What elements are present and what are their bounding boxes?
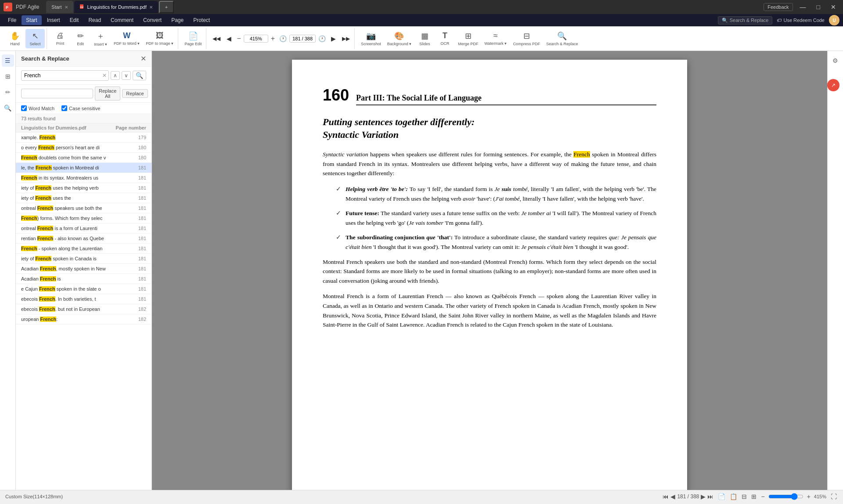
sidebar-icon-edit[interactable]: ✏ bbox=[2, 86, 14, 98]
page-controls-left[interactable]: ◀◀ bbox=[210, 29, 223, 48]
insert-button[interactable]: ＋ Insert ▾ bbox=[91, 29, 110, 48]
sidebar-icon-grid[interactable]: ⊞ bbox=[2, 70, 14, 83]
result-item-8[interactable]: French) forms. Which form they selec 181 bbox=[16, 213, 151, 223]
background-button[interactable]: 🎨 Background ▾ bbox=[385, 29, 414, 48]
status-icon-1[interactable]: 📄 bbox=[717, 493, 726, 500]
status-icon-2[interactable]: 📋 bbox=[729, 493, 738, 500]
menu-search-replace[interactable]: 🔍 Search & Replace bbox=[718, 16, 773, 25]
maximize-button[interactable]: □ bbox=[813, 3, 824, 11]
zoom-out-button[interactable]: − bbox=[235, 34, 242, 43]
watermark-button[interactable]: ≈ Watermark ▾ bbox=[482, 29, 509, 48]
tab-start-close[interactable]: ✕ bbox=[65, 5, 68, 10]
search-clear-button[interactable]: ✕ bbox=[102, 72, 107, 79]
tab-doc[interactable]: PDF Linguistics for Dummies.pdf ✕ bbox=[74, 1, 158, 13]
pdf-to-image-icon: 🖼 bbox=[156, 31, 164, 40]
zoom-input[interactable] bbox=[244, 35, 268, 43]
result-item-10[interactable]: rentian French - also known as Quebe 181 bbox=[16, 234, 151, 244]
replace-all-button[interactable]: Replace All bbox=[95, 86, 120, 101]
right-sidebar-settings[interactable]: ⚙ bbox=[829, 54, 842, 67]
menu-start[interactable]: Start bbox=[22, 15, 41, 25]
page-number-input[interactable] bbox=[289, 35, 316, 43]
result-item-3[interactable]: le, the French spoken in Montreal di 181 bbox=[16, 163, 151, 173]
result-item-1[interactable]: o every French person's heart are di 180 bbox=[16, 143, 151, 153]
status-next-page-button[interactable]: ▶ bbox=[701, 493, 706, 500]
user-avatar[interactable]: U bbox=[829, 15, 839, 25]
menu-convert[interactable]: Convert bbox=[139, 15, 166, 25]
print-button[interactable]: 🖨 Print bbox=[50, 29, 70, 48]
slides-button[interactable]: ▦ Slides bbox=[415, 29, 434, 48]
menu-insert[interactable]: Insert bbox=[43, 15, 65, 25]
search-execute-button[interactable]: 🔍 bbox=[133, 71, 146, 80]
word-match-option[interactable]: Word Match bbox=[21, 105, 54, 111]
feedback-button[interactable]: Feedback bbox=[764, 3, 793, 11]
pdf-viewing-area[interactable]: 160 Part III: The Social Life of Languag… bbox=[152, 51, 827, 490]
compress-pdf-button[interactable]: ⊟ Compress PDF bbox=[510, 29, 543, 48]
result-item-4[interactable]: French in its syntax. Montrealers us 181 bbox=[16, 173, 151, 183]
search-prev-button[interactable]: ∧ bbox=[111, 71, 120, 80]
result-item-2[interactable]: French doublets come from the same v 180 bbox=[16, 153, 151, 163]
search-input[interactable] bbox=[23, 72, 102, 79]
search-next-button[interactable]: ∨ bbox=[122, 71, 131, 80]
select-tool-button[interactable]: ↖ Select bbox=[25, 29, 45, 48]
result-item-0[interactable]: xample. French 179 bbox=[16, 133, 151, 143]
word-match-checkbox[interactable] bbox=[21, 105, 27, 111]
result-item-7[interactable]: ontreal French speakers use both the 181 bbox=[16, 203, 151, 213]
result-item-18[interactable]: uropean French: 182 bbox=[16, 314, 151, 324]
sidebar-icon-pages[interactable]: ☰ bbox=[2, 54, 14, 67]
edit-button[interactable]: ✏ Edit bbox=[71, 29, 90, 48]
menu-page[interactable]: Page bbox=[167, 15, 188, 25]
merge-pdf-button[interactable]: ⊞ Merge PDF bbox=[455, 29, 481, 48]
menu-file[interactable]: File bbox=[4, 15, 21, 25]
replace-button[interactable]: Replace bbox=[122, 89, 148, 98]
search-replace-toolbar-button[interactable]: 🔍 Search & Replace bbox=[544, 29, 581, 48]
result-item-15[interactable]: e Cajun French spoken in the slate o 181 bbox=[16, 284, 151, 294]
result-item-6[interactable]: iety of French uses the 181 bbox=[16, 193, 151, 203]
pdf-to-word-button[interactable]: W PDF to Word ▾ bbox=[111, 29, 142, 48]
panel-close-button[interactable]: ✕ bbox=[140, 54, 146, 63]
menu-protect[interactable]: Protect bbox=[189, 15, 214, 25]
zoom-out-status-button[interactable]: − bbox=[761, 493, 764, 500]
hand-tool-button[interactable]: ✋ Hand bbox=[5, 29, 25, 48]
status-prev-page-button[interactable]: ◀ bbox=[670, 493, 675, 500]
menu-comment[interactable]: Comment bbox=[106, 15, 138, 25]
status-icon-3[interactable]: ⊟ bbox=[741, 493, 748, 500]
sidebar-icon-search[interactable]: 🔍 bbox=[2, 102, 14, 114]
result-item-12[interactable]: iety of French spoken in Canada is 181 bbox=[16, 254, 151, 264]
redeem-button[interactable]: 🏷 Use Redeem Code bbox=[777, 18, 825, 23]
page-controls-next[interactable]: ▶ bbox=[328, 29, 339, 48]
pdf-bullet-text-1: Helping verb être 'to be': To say 'I fel… bbox=[346, 184, 656, 203]
pdf-to-image-button[interactable]: 🖼 PDF to Image ▾ bbox=[143, 29, 176, 48]
zoom-slider[interactable] bbox=[768, 493, 803, 500]
background-icon: 🎨 bbox=[394, 31, 404, 41]
close-button[interactable]: ✕ bbox=[827, 3, 839, 11]
menu-read[interactable]: Read bbox=[84, 15, 105, 25]
status-icon-4[interactable]: ⊞ bbox=[750, 493, 757, 500]
page-edit-button[interactable]: 📄 Page Edit bbox=[182, 29, 204, 48]
case-sensitive-checkbox[interactable] bbox=[61, 105, 67, 111]
pdf-to-word-icon: W bbox=[123, 31, 130, 40]
menu-edit[interactable]: Edit bbox=[65, 15, 83, 25]
status-last-page-button[interactable]: ⏭ bbox=[707, 493, 713, 500]
result-item-16[interactable]: ebecois French. In both varieties, t 181 bbox=[16, 294, 151, 304]
tab-start[interactable]: Start ✕ bbox=[46, 1, 73, 13]
result-item-11[interactable]: French - spoken along the Laurentian 181 bbox=[16, 244, 151, 254]
screenshot-button[interactable]: 📷 Screenshot bbox=[358, 29, 384, 48]
result-item-17[interactable]: ebecois French. but not in European 182 bbox=[16, 304, 151, 314]
result-item-5[interactable]: iety of French uses the helping verb 181 bbox=[16, 183, 151, 193]
page-controls-prev[interactable]: ◀ bbox=[224, 29, 234, 48]
status-first-page-button[interactable]: ⏮ bbox=[663, 493, 669, 500]
case-sensitive-option[interactable]: Case sensitive bbox=[61, 105, 101, 111]
zoom-in-status-button[interactable]: + bbox=[807, 493, 811, 500]
minimize-button[interactable]: — bbox=[796, 3, 810, 11]
replace-input[interactable] bbox=[21, 89, 93, 98]
ocr-button[interactable]: T OCR bbox=[435, 29, 454, 48]
fullscreen-button[interactable]: ⛶ bbox=[830, 493, 838, 500]
result-item-14[interactable]: Acadian French is 181 bbox=[16, 274, 151, 284]
page-controls-right[interactable]: ▶▶ bbox=[339, 29, 353, 48]
zoom-in-button[interactable]: + bbox=[269, 34, 277, 43]
result-item-9[interactable]: ontreal French is a form of Laurenti 181 bbox=[16, 223, 151, 234]
tab-doc-close[interactable]: ✕ bbox=[149, 5, 153, 10]
new-tab-button[interactable]: + bbox=[159, 1, 174, 13]
result-item-13[interactable]: Acadian French, mostly spoken in New 181 bbox=[16, 264, 151, 274]
pdf-bullet-1: ✓ Helping verb être 'to be': To say 'I f… bbox=[336, 184, 656, 203]
